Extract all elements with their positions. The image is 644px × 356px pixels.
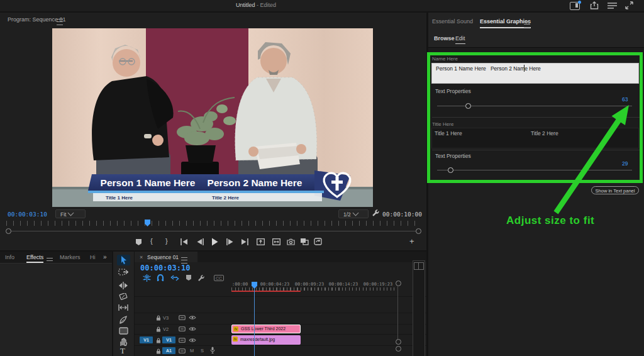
play-button[interactable] <box>211 238 218 246</box>
vertical-scrollbar[interactable] <box>413 260 425 356</box>
rectangle-tool[interactable] <box>119 327 128 335</box>
text-properties-label-2: Text Properties <box>435 153 471 159</box>
clip-maxresdefault[interactable]: fx maxresdefault.jpg <box>231 335 301 345</box>
button-editor-plus[interactable]: + <box>409 236 414 246</box>
tab-essential-graphics[interactable]: Essential Graphics <box>480 18 531 28</box>
track-scroll-handle-bottom[interactable] <box>396 346 401 352</box>
source-patch-v1[interactable]: V1 <box>140 337 153 343</box>
lock-icon[interactable] <box>156 326 161 332</box>
track-target-v1[interactable]: V1 <box>162 337 175 343</box>
tab-essential-sound[interactable]: Essential Sound <box>432 18 473 25</box>
share-icon[interactable] <box>590 1 599 9</box>
type-tool[interactable]: T <box>120 346 125 356</box>
track-select-forward-tool[interactable] <box>118 269 128 275</box>
export-frame-button[interactable] <box>287 238 295 245</box>
linked-selection-icon[interactable] <box>170 274 179 282</box>
lock-icon[interactable] <box>156 338 161 343</box>
captions-icon[interactable]: CC <box>214 275 224 281</box>
sync-lock-icon[interactable] <box>179 348 186 353</box>
clip-name: maxresdefault.jpg <box>240 337 275 342</box>
font-size-value-1[interactable]: 63 <box>622 96 628 103</box>
fx-badge: fx <box>233 326 238 331</box>
graphics-panel-menu-icon[interactable] <box>524 21 530 28</box>
step-forward-button[interactable] <box>226 238 233 245</box>
tab-browse[interactable]: Browse <box>434 35 455 42</box>
selection-tool[interactable] <box>117 255 130 265</box>
name-text-input[interactable]: Person 1 Name Here Person 2 Name Here <box>431 63 639 84</box>
razor-tool[interactable] <box>119 293 128 301</box>
font-size-value-2[interactable]: 29 <box>622 160 628 167</box>
program-current-timecode[interactable]: 00:00:03:10 <box>8 211 47 218</box>
effects-panel: Info Effects Markers Hi » <box>0 252 112 356</box>
track-scroll-handle-mid[interactable] <box>396 339 401 345</box>
menu-icon[interactable] <box>608 3 617 9</box>
title-field-label: Title Here <box>432 121 453 127</box>
timeline-panel-menu-icon[interactable] <box>181 257 187 264</box>
font-size-slider-2[interactable] <box>437 170 632 170</box>
lock-icon[interactable] <box>156 315 161 321</box>
render-bar <box>231 291 301 292</box>
track-label-v3[interactable]: V3 <box>163 315 169 321</box>
timeline-add-marker-icon[interactable] <box>186 274 192 281</box>
timeline-playhead-line[interactable] <box>254 287 255 356</box>
program-scrollbar[interactable] <box>8 231 419 231</box>
slip-tool[interactable] <box>118 304 128 311</box>
extract-button[interactable] <box>272 238 280 245</box>
pen-tool[interactable] <box>119 316 128 324</box>
close-icon[interactable]: × <box>140 254 143 260</box>
sync-lock-icon[interactable] <box>179 315 186 320</box>
mark-out-button[interactable]: } <box>165 237 168 245</box>
multi-camera-button[interactable] <box>314 238 322 245</box>
snap-icon[interactable] <box>157 274 164 282</box>
program-scrubber-ruler[interactable] <box>6 221 420 226</box>
tab-info[interactable]: Info <box>5 254 14 260</box>
hand-tool[interactable] <box>119 338 128 346</box>
font-size-slider-handle-1[interactable] <box>465 103 471 109</box>
eye-icon[interactable] <box>189 315 196 320</box>
fullscreen-icon[interactable] <box>625 1 633 9</box>
track-target-a1[interactable]: A1 <box>162 347 175 354</box>
scrollbar-handle-left[interactable] <box>6 228 11 234</box>
vertical-scrollbar-thumb[interactable] <box>414 262 424 270</box>
show-in-text-panel-button[interactable]: Show in Text panel <box>591 186 639 194</box>
add-marker-button[interactable] <box>135 238 142 246</box>
go-to-out-button[interactable] <box>241 238 248 245</box>
clip-gss-lower-third[interactable]: fx GSS Lower Third 2022 <box>231 325 301 333</box>
microphone-icon[interactable] <box>210 347 215 353</box>
name-field-label: Name Here <box>432 56 458 62</box>
nest-toggle-icon[interactable] <box>143 274 151 282</box>
playback-resolution-select[interactable]: 1/2 <box>338 209 369 218</box>
sync-lock-icon[interactable] <box>179 338 186 343</box>
eye-icon[interactable] <box>189 326 196 331</box>
document-title: Untitled <box>236 2 255 8</box>
timeline-settings-wrench-icon[interactable] <box>197 274 205 282</box>
workspace-icon[interactable] <box>570 2 580 10</box>
mute-button[interactable]: M <box>190 348 194 353</box>
tab-history[interactable]: Hi <box>90 254 96 260</box>
track-scroll-handle-top[interactable] <box>396 281 401 286</box>
comparison-view-button[interactable] <box>300 238 309 245</box>
step-back-button[interactable] <box>197 238 204 245</box>
program-panel-menu-icon[interactable] <box>57 19 63 25</box>
tab-overflow-icon[interactable]: » <box>103 253 107 260</box>
solo-button[interactable]: S <box>201 348 204 353</box>
tab-sequence[interactable]: Sequence 01 <box>147 254 179 260</box>
tab-markers[interactable]: Markers <box>60 254 80 260</box>
lock-icon[interactable] <box>156 348 161 354</box>
lift-button[interactable] <box>257 238 265 245</box>
eye-icon[interactable] <box>189 338 196 343</box>
tab-edit[interactable]: Edit <box>455 35 465 44</box>
font-size-slider-handle-2[interactable] <box>448 167 453 173</box>
go-to-in-button[interactable] <box>180 238 188 245</box>
track-label-v2[interactable]: V2 <box>163 326 169 332</box>
lower-third-name-2: Person 2 Name Here <box>208 177 303 188</box>
mark-in-button[interactable]: { <box>150 237 153 245</box>
ripple-edit-tool[interactable] <box>118 282 128 289</box>
settings-wrench-icon[interactable] <box>372 209 380 217</box>
title-text-area[interactable]: Title 1 Here Title 2 Here <box>431 128 639 148</box>
scrollbar-handle-right[interactable] <box>416 228 421 234</box>
tab-effects[interactable]: Effects <box>26 254 43 263</box>
timeline-timecode[interactable]: 00:00:03:10 <box>140 264 190 272</box>
zoom-level-select[interactable]: Fit <box>55 209 86 218</box>
sync-lock-icon[interactable] <box>179 326 186 331</box>
